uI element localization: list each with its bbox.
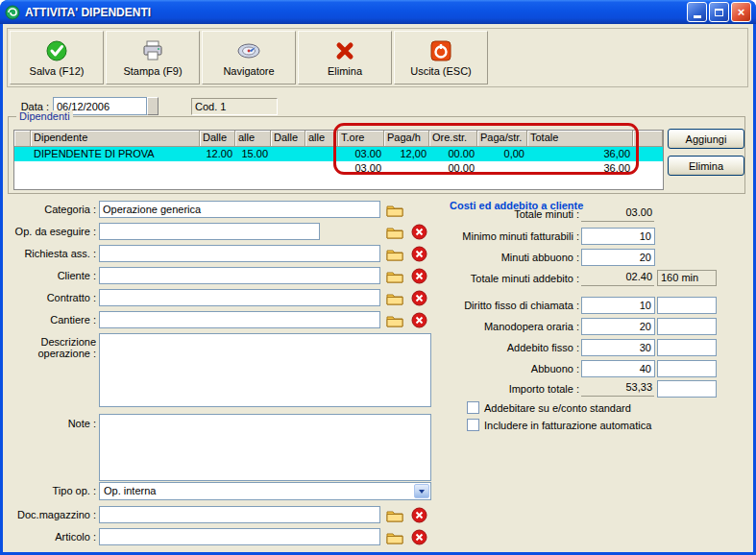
col-ore-str[interactable]: Ore.str.	[429, 131, 477, 147]
totals-t-ore: 03.00	[338, 161, 384, 176]
col-dalle-2[interactable]: Dalle	[271, 131, 305, 147]
doc-magazzino-folder-icon[interactable]	[385, 506, 404, 524]
col-paga-h[interactable]: Paga/h	[384, 131, 429, 147]
descrizione-textarea[interactable]	[99, 333, 431, 407]
addebito-fisso-label: Addebito fisso :	[411, 342, 579, 353]
cell-dipendente[interactable]: DIPENDENTE DI PROVA	[31, 147, 200, 161]
grid-row-selected[interactable]: DIPENDENTE DI PROVA 12.00 15.00 03.00 12…	[14, 147, 663, 161]
importo-totale-extra-input[interactable]	[657, 380, 717, 398]
articolo-folder-icon[interactable]	[385, 528, 404, 546]
printer-icon	[140, 38, 165, 63]
delete-button[interactable]: Elimina	[298, 31, 392, 84]
contratto-input[interactable]	[99, 289, 380, 306]
addebito-fisso-input[interactable]	[581, 339, 655, 356]
col-totale[interactable]: Totale	[527, 131, 633, 147]
minimo-minuti-label: Minimo minuti fatturabili :	[411, 230, 579, 242]
categoria-input[interactable]	[99, 201, 380, 218]
totals-alle-2	[305, 161, 338, 176]
dipendenti-grid[interactable]: Dipendente Dalle alle Dalle alle T.ore P…	[13, 130, 664, 190]
includere-fatturazione-checkbox[interactable]	[467, 419, 479, 431]
titlebar[interactable]: ATTIVITA' DIPENDENTI ×	[0, 0, 756, 24]
diritto-fisso-input[interactable]	[581, 297, 655, 314]
richiesta-ass-input[interactable]	[99, 245, 380, 262]
cell-alle-1[interactable]: 15.00	[235, 147, 271, 161]
close-button[interactable]: ×	[731, 2, 751, 22]
totals-dalle-2	[271, 161, 305, 176]
minimize-button[interactable]	[687, 2, 707, 22]
print-button-label: Stampa (F9)	[123, 65, 182, 77]
cliente-folder-icon[interactable]	[385, 267, 404, 285]
compass-icon	[236, 38, 261, 63]
navigator-button[interactable]: Navigatore	[202, 31, 296, 84]
cantiere-input[interactable]	[99, 311, 380, 328]
doc-magazzino-input[interactable]	[99, 506, 380, 523]
cell-paga-str[interactable]: 0,00	[477, 147, 527, 161]
cliente-input[interactable]	[99, 267, 380, 284]
includere-fatturazione-checkbox-label: Includere in fatturazione automatica	[484, 420, 651, 431]
print-button[interactable]: Stampa (F9)	[106, 31, 200, 84]
cantiere-label: Cantiere :	[10, 314, 96, 326]
diritto-fisso-extra-input[interactable]	[657, 297, 717, 314]
totals-dipendente	[31, 161, 200, 176]
chevron-down-icon[interactable]	[414, 484, 429, 498]
op-da-eseguire-input[interactable]	[99, 223, 320, 240]
power-icon	[428, 38, 453, 63]
contratto-folder-icon[interactable]	[385, 289, 404, 307]
doc-magazzino-label: Doc.magazzino :	[10, 509, 96, 520]
cell-alle-2[interactable]	[305, 147, 338, 161]
col-paga-str[interactable]: Paga/str.	[477, 131, 527, 147]
cell-filler	[633, 147, 663, 161]
addebitare-checkbox[interactable]	[467, 401, 479, 414]
categoria-folder-icon[interactable]	[385, 201, 404, 219]
col-dalle-1[interactable]: Dalle	[200, 131, 235, 147]
minuti-abbuono-input[interactable]	[581, 249, 655, 266]
note-label: Note :	[10, 418, 96, 429]
cell-dalle-2[interactable]	[271, 147, 305, 161]
addebito-fisso-extra-input[interactable]	[657, 339, 717, 356]
minimo-minuti-input[interactable]	[581, 228, 655, 245]
importo-totale-value: 53,33	[581, 381, 654, 397]
manodopera-input[interactable]	[581, 318, 655, 335]
col-alle-2[interactable]: alle	[305, 131, 338, 147]
articolo-input[interactable]	[99, 528, 380, 545]
abbuono-label: Abbuono :	[411, 363, 579, 374]
col-dipendente[interactable]: Dipendente	[31, 131, 200, 147]
cantiere-folder-icon[interactable]	[385, 311, 404, 329]
exit-button[interactable]: Uscita (ESC)	[394, 31, 488, 84]
richiesta-ass-folder-icon[interactable]	[385, 245, 404, 263]
col-alle-1[interactable]: alle	[235, 131, 271, 147]
red-x-icon	[332, 38, 357, 63]
manodopera-extra-input[interactable]	[657, 318, 717, 335]
grid-header-row: Dipendente Dalle alle Dalle alle T.ore P…	[14, 131, 663, 147]
minimize-icon	[694, 15, 701, 18]
addebitare-checkbox-label: Addebitare su e/conto standard	[484, 402, 631, 414]
tipo-op-select[interactable]: Op. interna	[99, 482, 431, 500]
cell-ore-str[interactable]: 00.00	[429, 147, 477, 161]
maximize-button[interactable]	[709, 2, 729, 22]
close-icon: ×	[738, 5, 745, 19]
elimina-row-button[interactable]: Elimina	[668, 156, 744, 176]
save-button[interactable]: Salva (F12)	[10, 31, 104, 84]
doc-magazzino-clear-icon[interactable]	[409, 506, 428, 524]
grid-selector-header[interactable]	[14, 131, 31, 147]
col-t-ore[interactable]: T.ore	[338, 131, 384, 147]
op-da-eseguire-folder-icon[interactable]	[385, 223, 404, 241]
abbuono-input[interactable]	[581, 360, 655, 377]
date-lookup-button[interactable]	[147, 97, 159, 115]
maximize-icon	[715, 9, 723, 16]
cliente-label: Cliente :	[10, 270, 96, 281]
articolo-clear-icon[interactable]	[409, 528, 428, 546]
totale-minuti-addebito-label: Totale minuti addebito :	[411, 273, 579, 284]
totals-paga-h	[384, 161, 429, 176]
aggiungi-button[interactable]: Aggiungi	[668, 129, 744, 149]
importo-totale-label: Importo totale :	[411, 383, 579, 395]
cell-totale[interactable]: 36,00	[527, 147, 633, 161]
cell-t-ore[interactable]: 03.00	[338, 147, 384, 161]
cell-dalle-1[interactable]: 12.00	[200, 147, 235, 161]
note-textarea[interactable]	[99, 414, 431, 481]
minuti-abbuono-label: Minuti abbuono :	[411, 252, 579, 263]
cell-paga-h[interactable]: 12,00	[384, 147, 429, 161]
abbuono-extra-input[interactable]	[657, 360, 717, 377]
row-selector[interactable]	[14, 147, 31, 161]
minuti-addebito-extra-field: 160 min	[657, 270, 717, 286]
